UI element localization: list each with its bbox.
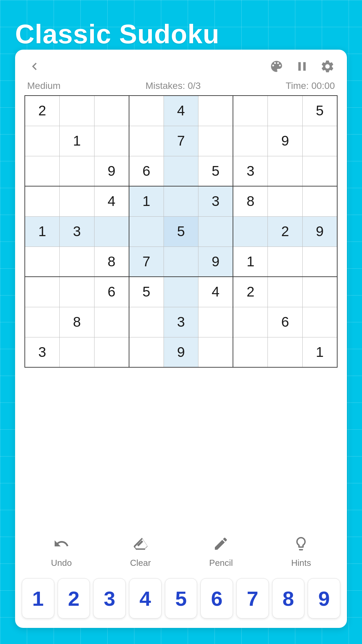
cell-8-2[interactable]: [94, 337, 129, 367]
cell-8-8[interactable]: 1: [302, 337, 337, 367]
cell-7-5[interactable]: [198, 307, 233, 337]
cell-8-5[interactable]: [198, 337, 233, 367]
cell-6-6[interactable]: 2: [233, 277, 268, 307]
cell-6-5[interactable]: 4: [198, 277, 233, 307]
undo-button[interactable]: Undo: [51, 536, 72, 568]
cell-6-8[interactable]: [302, 277, 337, 307]
cell-8-0[interactable]: 3: [25, 337, 60, 367]
cell-1-1[interactable]: 1: [60, 126, 95, 156]
cell-0-1[interactable]: [60, 96, 95, 126]
cell-1-0[interactable]: [25, 126, 60, 156]
cell-6-0[interactable]: [25, 277, 60, 307]
num-btn-4[interactable]: 4: [129, 578, 162, 619]
cell-7-4[interactable]: 3: [164, 307, 198, 337]
cell-4-4[interactable]: 5: [164, 216, 198, 247]
cell-1-6[interactable]: [233, 126, 268, 156]
pause-button[interactable]: [295, 59, 309, 74]
cell-4-5[interactable]: [198, 216, 233, 247]
cell-3-7[interactable]: [268, 186, 303, 216]
cell-7-2[interactable]: [94, 307, 129, 337]
cell-3-6[interactable]: 8: [233, 186, 268, 216]
cell-5-2[interactable]: 8: [94, 247, 129, 277]
cell-4-7[interactable]: 2: [268, 216, 303, 247]
cell-2-3[interactable]: 6: [129, 156, 164, 186]
cell-1-2[interactable]: [94, 126, 129, 156]
cell-2-1[interactable]: [60, 156, 95, 186]
cell-0-5[interactable]: [198, 96, 233, 126]
cell-8-7[interactable]: [268, 337, 303, 367]
cell-3-8[interactable]: [302, 186, 337, 216]
cell-8-6[interactable]: [233, 337, 268, 367]
cell-3-2[interactable]: 4: [94, 186, 129, 216]
cell-1-5[interactable]: [198, 126, 233, 156]
cell-4-3[interactable]: [129, 216, 164, 247]
cell-7-3[interactable]: [129, 307, 164, 337]
cell-2-7[interactable]: [268, 156, 303, 186]
back-button[interactable]: [27, 59, 42, 74]
cell-4-2[interactable]: [94, 216, 129, 247]
hints-button[interactable]: Hints: [291, 536, 311, 568]
cell-0-6[interactable]: [233, 96, 268, 126]
cell-6-7[interactable]: [268, 277, 303, 307]
cell-3-5[interactable]: 3: [198, 186, 233, 216]
cell-2-8[interactable]: [302, 156, 337, 186]
settings-button[interactable]: [320, 59, 335, 74]
num-btn-1[interactable]: 1: [22, 578, 54, 619]
cell-2-5[interactable]: 5: [198, 156, 233, 186]
cell-6-2[interactable]: 6: [94, 277, 129, 307]
cell-0-0[interactable]: 2: [25, 96, 60, 126]
cell-6-3[interactable]: 5: [129, 277, 164, 307]
cell-1-7[interactable]: 9: [268, 126, 303, 156]
cell-5-7[interactable]: [268, 247, 303, 277]
cell-2-6[interactable]: 3: [233, 156, 268, 186]
num-btn-3[interactable]: 3: [93, 578, 126, 619]
cell-5-0[interactable]: [25, 247, 60, 277]
cell-6-1[interactable]: [60, 277, 95, 307]
cell-4-1[interactable]: 3: [60, 216, 95, 247]
cell-3-0[interactable]: [25, 186, 60, 216]
cell-7-1[interactable]: 8: [60, 307, 95, 337]
cell-1-3[interactable]: [129, 126, 164, 156]
cell-6-4[interactable]: [164, 277, 198, 307]
cell-5-1[interactable]: [60, 247, 95, 277]
cell-5-5[interactable]: 9: [198, 247, 233, 277]
cell-8-4[interactable]: 9: [164, 337, 198, 367]
cell-4-6[interactable]: [233, 216, 268, 247]
cell-7-7[interactable]: 6: [268, 307, 303, 337]
undo-label: Undo: [51, 558, 72, 568]
clear-button[interactable]: Clear: [130, 536, 151, 568]
cell-5-4[interactable]: [164, 247, 198, 277]
cell-2-4[interactable]: [164, 156, 198, 186]
cell-4-8[interactable]: 9: [302, 216, 337, 247]
cell-8-3[interactable]: [129, 337, 164, 367]
cell-4-0[interactable]: 1: [25, 216, 60, 247]
num-btn-8[interactable]: 8: [272, 578, 305, 619]
sudoku-grid: 245179965341381352987916542836391: [24, 95, 338, 368]
cell-3-1[interactable]: [60, 186, 95, 216]
cell-0-4[interactable]: 4: [164, 96, 198, 126]
cell-5-8[interactable]: [302, 247, 337, 277]
pencil-button[interactable]: Pencil: [209, 536, 233, 568]
num-btn-6[interactable]: 6: [200, 578, 233, 619]
cell-0-3[interactable]: [129, 96, 164, 126]
num-btn-7[interactable]: 7: [236, 578, 269, 619]
cell-5-6[interactable]: 1: [233, 247, 268, 277]
num-btn-2[interactable]: 2: [58, 578, 90, 619]
cell-2-2[interactable]: 9: [94, 156, 129, 186]
cell-3-3[interactable]: 1: [129, 186, 164, 216]
num-btn-9[interactable]: 9: [308, 578, 340, 619]
cell-3-4[interactable]: [164, 186, 198, 216]
cell-0-8[interactable]: 5: [302, 96, 337, 126]
cell-7-0[interactable]: [25, 307, 60, 337]
cell-1-4[interactable]: 7: [164, 126, 198, 156]
cell-1-8[interactable]: [302, 126, 337, 156]
cell-0-2[interactable]: [94, 96, 129, 126]
cell-7-8[interactable]: [302, 307, 337, 337]
num-btn-5[interactable]: 5: [165, 578, 197, 619]
cell-8-1[interactable]: [60, 337, 95, 367]
cell-0-7[interactable]: [268, 96, 303, 126]
cell-7-6[interactable]: [233, 307, 268, 337]
palette-button[interactable]: [269, 59, 284, 74]
cell-2-0[interactable]: [25, 156, 60, 186]
cell-5-3[interactable]: 7: [129, 247, 164, 277]
